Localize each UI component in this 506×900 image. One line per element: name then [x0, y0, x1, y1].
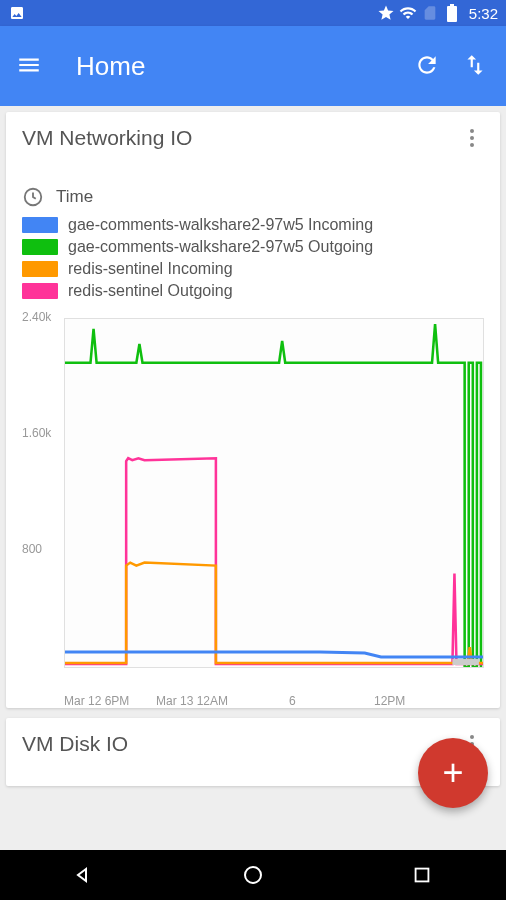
status-time: 5:32: [469, 5, 498, 22]
app-bar: Home: [0, 26, 506, 106]
legend-label: gae-comments-walkshare2-97w5 Outgoing: [68, 238, 373, 256]
card-vm-networking: VM Networking IO Time gae-comments-walks…: [6, 112, 500, 708]
page-title: Home: [76, 51, 394, 82]
clock-icon: [22, 186, 44, 208]
wifi-icon: [399, 4, 417, 22]
card-title: VM Networking IO: [22, 126, 192, 150]
legend-swatch: [22, 283, 58, 299]
svg-point-4: [245, 867, 261, 883]
x-tick: Mar 12 6PM: [64, 694, 129, 708]
y-tick: 2.40k: [22, 310, 51, 324]
time-label: Time: [56, 187, 93, 207]
status-bar: 5:32: [0, 0, 506, 26]
legend-swatch: [22, 261, 58, 277]
x-tick: Mar 13 12AM: [156, 694, 228, 708]
recents-button[interactable]: [382, 855, 462, 895]
x-tick: 6: [289, 694, 296, 708]
system-nav-bar: [0, 850, 506, 900]
plus-icon: +: [442, 752, 463, 794]
svg-rect-3: [452, 659, 479, 665]
x-tick: 12PM: [374, 694, 405, 708]
sort-button[interactable]: [462, 52, 490, 80]
refresh-button[interactable]: [414, 52, 442, 80]
add-fab[interactable]: +: [418, 738, 488, 808]
legend-item: redis-sentinel Incoming: [22, 260, 484, 278]
legend-label: redis-sentinel Outgoing: [68, 282, 233, 300]
time-row: Time: [22, 186, 484, 208]
battery-icon: [443, 4, 461, 22]
chart-legend: gae-comments-walkshare2-97w5 Incoming ga…: [22, 216, 484, 300]
legend-item: gae-comments-walkshare2-97w5 Incoming: [22, 216, 484, 234]
svg-rect-1: [450, 4, 454, 6]
back-button[interactable]: [44, 855, 124, 895]
legend-label: redis-sentinel Incoming: [68, 260, 233, 278]
y-tick: 1.60k: [22, 426, 51, 440]
chart-plot[interactable]: [64, 318, 484, 668]
card-title: VM Disk IO: [22, 732, 128, 756]
legend-swatch: [22, 239, 58, 255]
legend-item: redis-sentinel Outgoing: [22, 282, 484, 300]
home-button[interactable]: [213, 855, 293, 895]
chart-area: 2.40k 1.60k 800 Mar: [22, 310, 484, 700]
y-tick: 800: [22, 542, 42, 556]
menu-button[interactable]: [16, 52, 44, 80]
content-area: VM Networking IO Time gae-comments-walks…: [0, 106, 506, 850]
svg-rect-5: [415, 869, 428, 882]
legend-label: gae-comments-walkshare2-97w5 Incoming: [68, 216, 373, 234]
legend-swatch: [22, 217, 58, 233]
star-icon: [377, 4, 395, 22]
sim-icon: [421, 4, 439, 22]
svg-rect-0: [447, 6, 457, 22]
picture-icon: [8, 4, 26, 22]
card-menu-button[interactable]: [460, 126, 484, 150]
legend-item: gae-comments-walkshare2-97w5 Outgoing: [22, 238, 484, 256]
